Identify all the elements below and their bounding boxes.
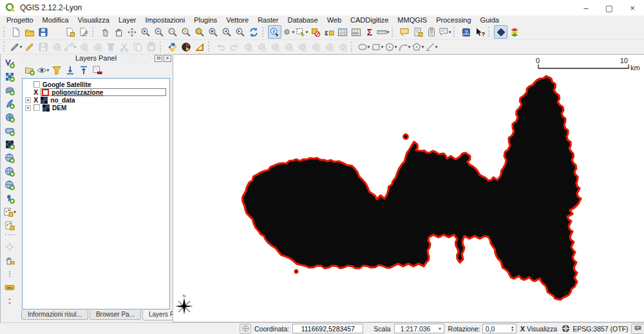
chevron-down-icon[interactable]: ▾ (74, 44, 77, 50)
save-project-as-button[interactable] (50, 25, 63, 39)
toolbar-grip[interactable] (160, 42, 164, 52)
chevron-down-icon[interactable]: ▾ (395, 44, 397, 50)
layer-rename-box[interactable]: poligonizzazione (41, 88, 166, 96)
text-annotation-button[interactable]: ▾ (438, 25, 451, 39)
layer-ordering-button[interactable] (507, 25, 521, 39)
layer-list[interactable]: Google SatelliteXpoligonizzazione+Xno_da… (22, 78, 170, 309)
new-project-button[interactable] (9, 25, 23, 39)
chevron-down-icon[interactable]: ▾ (381, 44, 384, 50)
menu-database[interactable]: Database (283, 15, 323, 25)
chevron-down-icon[interactable]: ▾ (449, 30, 451, 35)
composer-manager-button[interactable] (77, 25, 90, 39)
run-feature-action-button[interactable]: ▾ (281, 25, 295, 39)
add-postgis-layer-button[interactable] (3, 83, 17, 97)
toolbar-grip[interactable] (3, 27, 7, 37)
help-contents-button[interactable]: ? (459, 25, 473, 39)
layer-checkbox-dem[interactable] (33, 104, 40, 111)
zoom-out-button[interactable] (152, 25, 166, 39)
touch-zoom-pan-button[interactable] (98, 25, 111, 39)
layer-label-google-satellite[interactable]: Google Satellite (43, 81, 91, 88)
menu-layer[interactable]: Layer (114, 15, 141, 25)
filter-legend-button[interactable] (50, 64, 63, 77)
add-delimited-text-layer-button[interactable] (3, 192, 17, 205)
menu-raster[interactable]: Raster (253, 15, 283, 25)
segment-tool-button[interactable]: ▾ (424, 40, 438, 54)
menu-impostazioni[interactable]: Impostazioni (140, 15, 189, 25)
open-project-button[interactable] (23, 25, 36, 39)
layer-row-dem[interactable]: +DEM (23, 104, 169, 112)
add-db2-layer-button[interactable] (3, 137, 17, 151)
spinner-arrows-icon[interactable]: ▲▼ (509, 326, 516, 332)
toggle-editing-button[interactable] (23, 40, 36, 54)
open-attribute-table-button[interactable] (336, 25, 349, 39)
current-edits-button[interactable]: ▾ (9, 40, 23, 54)
chevron-down-icon[interactable]: ▾ (368, 44, 370, 50)
menu-web[interactable]: Web (323, 15, 346, 25)
menu-caddigitize[interactable]: CADDigitize (346, 15, 393, 25)
toolbar-grip[interactable] (92, 27, 96, 37)
ellipse-tool-button[interactable]: ▾ (357, 40, 370, 54)
layer-row-google-satellite[interactable]: Google Satellite (23, 81, 169, 88)
toolbar-grip[interactable] (208, 42, 212, 52)
cad-tools-button[interactable] (193, 40, 206, 54)
add-spatialite-layer-button[interactable] (3, 97, 17, 110)
expander-icon[interactable]: + (25, 105, 31, 111)
messages-log-button[interactable] (631, 324, 644, 334)
chevron-down-icon[interactable]: ▾ (387, 30, 390, 35)
zoom-native-button[interactable]: 1:1 (166, 25, 179, 39)
add-wfs-layer-button[interactable] (3, 178, 17, 192)
toolbar-grip[interactable] (488, 27, 492, 37)
chevron-down-icon[interactable]: ▾ (306, 30, 308, 35)
new-shapefile-layer-button[interactable]: ▾ (3, 205, 17, 219)
chevron-down-icon[interactable]: ▾ (435, 44, 438, 50)
rectangle-tool-button[interactable]: ▾ (370, 40, 384, 54)
deselect-all-button[interactable] (308, 25, 322, 39)
chevron-down-icon[interactable]: ▾ (408, 44, 411, 50)
select-features-button[interactable]: ▾ (295, 25, 308, 39)
coordinate-input[interactable] (292, 324, 363, 333)
map-canvas[interactable]: 0 10 km N (173, 54, 644, 322)
circle-tool-button[interactable]: ▾ (384, 40, 397, 54)
layer-checkbox-no-data[interactable]: X (33, 97, 38, 103)
add-raster-layer-button[interactable] (3, 70, 17, 83)
float-panel-button[interactable] (155, 55, 162, 62)
menu-vettore[interactable]: Vettore (222, 15, 253, 25)
globe-plugin-button[interactable] (179, 40, 193, 54)
zoom-to-layer-button[interactable] (206, 25, 220, 39)
zoom-in-button[interactable] (138, 25, 152, 39)
pan-to-selection-button[interactable] (125, 25, 138, 39)
toolbar-grip[interactable] (351, 42, 355, 52)
menu-modifica[interactable]: Modifica (38, 15, 73, 25)
maximize-button[interactable]: ▢ (598, 0, 621, 15)
pan-map-button[interactable] (111, 25, 125, 39)
labeling-button[interactable]: abc (3, 280, 17, 294)
render-checkbox[interactable]: X (520, 325, 525, 333)
chevron-down-icon[interactable]: ▾ (437, 326, 444, 331)
select-by-expression-button[interactable]: ε (322, 25, 336, 39)
close-panel-button[interactable]: × (164, 55, 171, 62)
dock-tab-browser-pa-[interactable]: Browser Pa... (90, 310, 141, 320)
expander-icon[interactable]: + (25, 97, 31, 103)
move-label-button[interactable] (3, 253, 17, 267)
chevron-down-icon[interactable]: ▾ (422, 44, 424, 50)
coordinate-capture-button[interactable] (240, 324, 251, 334)
add-wms-layer-button[interactable] (3, 151, 17, 164)
add-oracle-layer-button[interactable] (3, 124, 17, 137)
add-mssql-layer-button[interactable] (3, 110, 17, 124)
python-console-button[interactable] (166, 40, 179, 54)
minimize-button[interactable]: – (574, 0, 598, 15)
menu-guida[interactable]: Guida (476, 15, 504, 25)
show-bookmarks-button[interactable] (424, 25, 438, 39)
new-bookmark-button[interactable] (411, 25, 424, 39)
layer-table-button[interactable] (349, 25, 363, 39)
layer-label-dem[interactable]: DEM (52, 104, 66, 112)
close-button[interactable]: × (621, 0, 644, 15)
crs-label[interactable]: EPSG:3857 (OTF) (573, 325, 628, 333)
add-group-button[interactable] (23, 64, 36, 77)
whats-this-button[interactable]: ? (473, 25, 486, 39)
zoom-to-selection-button[interactable] (193, 25, 206, 39)
menu-processing[interactable]: Processing (431, 15, 475, 25)
zoom-full-button[interactable] (179, 25, 193, 39)
layer-label-no-data[interactable]: no_data (50, 97, 75, 104)
rotation-spinner[interactable]: 0,0▲▼ (482, 324, 516, 333)
